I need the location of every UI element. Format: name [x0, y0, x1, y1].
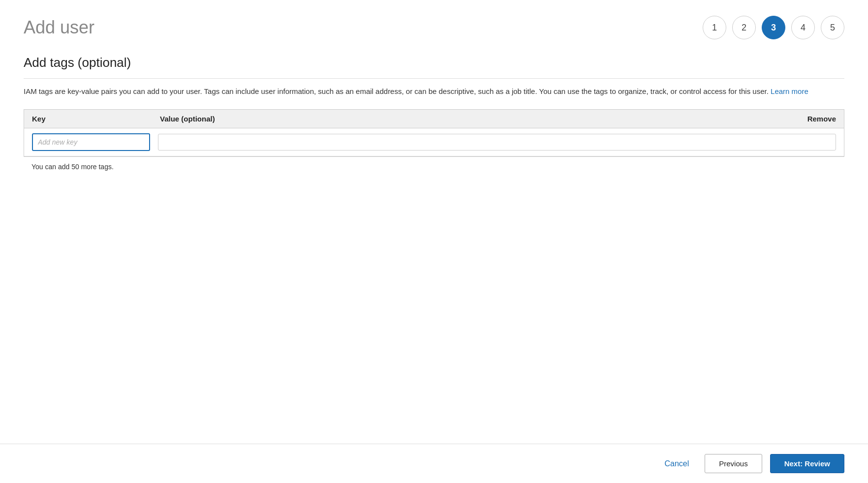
step-4[interactable]: 4	[791, 16, 815, 39]
page-footer: Cancel Previous Next: Review	[0, 444, 868, 483]
tags-info: You can add 50 more tags.	[24, 157, 844, 177]
step-1[interactable]: 1	[703, 16, 726, 39]
step-3[interactable]: 3	[762, 16, 785, 39]
page-header: Add user 1 2 3 4 5	[24, 16, 844, 39]
col-value-header: Value (optional)	[160, 115, 787, 123]
step-indicators: 1 2 3 4 5	[703, 16, 844, 39]
cancel-button[interactable]: Cancel	[656, 455, 697, 472]
step-2[interactable]: 2	[732, 16, 756, 39]
col-remove-header: Remove	[787, 115, 836, 123]
section-heading: Add tags (optional)	[24, 55, 844, 79]
step-5[interactable]: 5	[821, 16, 844, 39]
learn-more-link[interactable]: Learn more	[771, 87, 808, 95]
section-description: IAM tags are key-value pairs you can add…	[24, 86, 844, 97]
tags-table: Key Value (optional) Remove	[24, 109, 844, 157]
key-input[interactable]	[32, 133, 150, 151]
col-key-header: Key	[32, 115, 160, 123]
previous-button[interactable]: Previous	[705, 454, 762, 473]
description-text: IAM tags are key-value pairs you can add…	[24, 87, 769, 95]
tags-table-header: Key Value (optional) Remove	[24, 110, 844, 128]
next-button[interactable]: Next: Review	[770, 454, 844, 473]
table-row	[24, 128, 844, 156]
value-input[interactable]	[158, 134, 836, 151]
page-title: Add user	[24, 17, 94, 38]
